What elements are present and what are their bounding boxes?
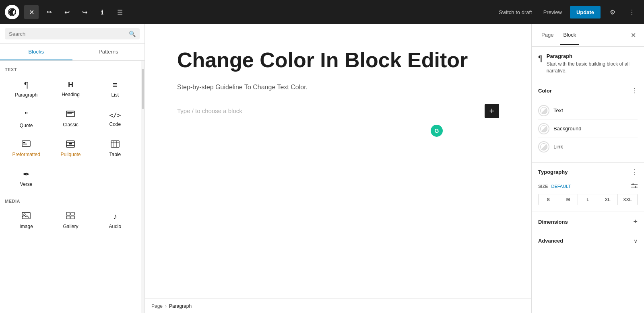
table-icon bbox=[111, 140, 120, 149]
size-row: SIZE DEFAULT bbox=[538, 183, 638, 190]
color-label-background: Background bbox=[553, 126, 581, 132]
blocks-section: TEXT ¶ Paragraph H Heading bbox=[0, 61, 141, 246]
breadcrumb-page[interactable]: Page bbox=[151, 303, 163, 309]
update-button[interactable]: Update bbox=[570, 6, 601, 19]
color-row-link[interactable]: Link bbox=[538, 138, 638, 156]
typography-panel-header[interactable]: Typography ⋮ bbox=[532, 163, 644, 181]
search-input-wrap[interactable]: 🔍 bbox=[5, 28, 140, 39]
size-btn-xl[interactable]: XL bbox=[598, 194, 618, 205]
typography-panel: Typography ⋮ SIZE DEFAULT bbox=[532, 163, 644, 212]
block-item-code[interactable]: </> Code bbox=[94, 105, 136, 134]
tab-block[interactable]: Block bbox=[560, 25, 579, 45]
block-info-section: ¶ Paragraph Start with the basic buildin… bbox=[532, 47, 644, 81]
block-item-audio[interactable]: ♪ Audio bbox=[94, 207, 136, 235]
color-label-link: Link bbox=[553, 144, 563, 150]
block-item-verse[interactable]: ✒ Verse bbox=[5, 164, 47, 192]
block-item-preformatted[interactable]: Preformatted bbox=[5, 135, 47, 163]
text-blocks-grid: ¶ Paragraph H Heading ≡ List bbox=[5, 75, 136, 192]
block-info-text: Paragraph Start with the basic building … bbox=[547, 53, 638, 74]
post-subtitle[interactable]: Step-by-step Guideline To Change Text Co… bbox=[177, 84, 499, 91]
right-sidebar-header: Page Block ✕ bbox=[532, 24, 644, 47]
svg-rect-7 bbox=[66, 142, 74, 143]
block-label-heading: Heading bbox=[62, 92, 80, 97]
color-label-text: Text bbox=[553, 107, 563, 113]
dimensions-panel-header[interactable]: Dimensions + bbox=[532, 212, 644, 232]
block-item-list[interactable]: ≡ List bbox=[94, 75, 136, 103]
color-swatch-link bbox=[538, 141, 549, 152]
close-editing-button[interactable]: ✕ bbox=[24, 5, 39, 19]
kebab-menu-button[interactable]: ⋮ bbox=[625, 5, 639, 19]
sidebar-scrollbar-thumb bbox=[142, 69, 144, 109]
redo-button[interactable]: ↪ bbox=[77, 5, 92, 19]
post-content-area[interactable]: Change Color In Block Editor Step-by-ste… bbox=[145, 24, 531, 299]
right-sidebar: Page Block ✕ ¶ Paragraph Start with the … bbox=[531, 24, 644, 313]
color-row-background[interactable]: Background bbox=[538, 120, 638, 138]
preformatted-icon bbox=[22, 140, 31, 149]
search-input[interactable] bbox=[9, 31, 129, 37]
block-item-paragraph[interactable]: ¶ Paragraph bbox=[5, 75, 47, 103]
svg-rect-2 bbox=[67, 113, 72, 114]
svg-point-21 bbox=[632, 183, 634, 185]
size-btn-m[interactable]: M bbox=[558, 194, 578, 205]
color-row-text[interactable]: Text bbox=[538, 102, 638, 120]
dimensions-add-icon[interactable]: + bbox=[633, 218, 638, 226]
svg-rect-17 bbox=[71, 212, 74, 215]
block-info-description: Start with the basic building block of a… bbox=[547, 61, 638, 74]
switch-to-draft-button[interactable]: Switch to draft bbox=[495, 7, 535, 18]
info-button[interactable]: ℹ bbox=[95, 5, 109, 19]
color-panel: Color ⋮ Text Background bbox=[532, 81, 644, 163]
undo-button[interactable]: ↩ bbox=[60, 5, 74, 19]
list-view-button[interactable]: ☰ bbox=[113, 5, 127, 19]
block-label-quote: Quote bbox=[20, 123, 33, 128]
blocks-list: TEXT ¶ Paragraph H Heading bbox=[0, 61, 141, 313]
verse-icon: ✒ bbox=[23, 169, 30, 179]
typography-panel-more-icon[interactable]: ⋮ bbox=[631, 168, 638, 176]
add-block-button[interactable]: + bbox=[485, 104, 499, 118]
svg-rect-19 bbox=[71, 216, 74, 219]
size-btn-xxl[interactable]: XXL bbox=[618, 194, 637, 205]
tab-patterns[interactable]: Patterns bbox=[72, 44, 145, 60]
block-item-image[interactable]: Image bbox=[5, 207, 47, 235]
classic-icon bbox=[66, 111, 75, 119]
block-item-heading[interactable]: H Heading bbox=[49, 75, 92, 103]
post-title[interactable]: Change Color In Block Editor bbox=[177, 48, 499, 72]
block-info-title: Paragraph bbox=[547, 53, 638, 59]
block-item-gallery[interactable]: Gallery bbox=[49, 207, 92, 235]
block-item-pullquote[interactable]: Pullquote bbox=[49, 135, 92, 163]
block-item-quote[interactable]: " Quote bbox=[5, 105, 47, 134]
color-swatch-background bbox=[538, 123, 549, 134]
wp-logo[interactable] bbox=[5, 5, 19, 19]
right-sidebar-close-button[interactable]: ✕ bbox=[629, 30, 638, 41]
block-item-classic[interactable]: Classic bbox=[49, 105, 92, 134]
size-btn-l[interactable]: L bbox=[578, 194, 598, 205]
color-panel-header[interactable]: Color ⋮ bbox=[532, 81, 644, 100]
block-item-table[interactable]: Table bbox=[94, 135, 136, 163]
edit-icon-button[interactable]: ✏ bbox=[42, 5, 56, 19]
svg-point-23 bbox=[635, 186, 636, 188]
sidebar-tabs: Blocks Patterns bbox=[0, 44, 144, 61]
color-swatch-inner-link bbox=[540, 143, 547, 150]
sidebar-scrollbar[interactable] bbox=[141, 61, 144, 313]
advanced-panel-header[interactable]: Advanced ∨ bbox=[532, 232, 644, 250]
size-buttons-group: S M L XL XXL bbox=[538, 194, 638, 205]
editor-area: Change Color In Block Editor Step-by-ste… bbox=[145, 24, 531, 299]
settings-button[interactable]: ⚙ bbox=[605, 5, 620, 19]
color-swatch-text bbox=[538, 105, 549, 116]
svg-rect-18 bbox=[66, 216, 70, 219]
type-placeholder[interactable]: Type / to choose a block bbox=[177, 107, 481, 114]
svg-rect-10 bbox=[111, 141, 119, 147]
color-panel-more-icon[interactable]: ⋮ bbox=[631, 87, 638, 95]
breadcrumb-paragraph[interactable]: Paragraph bbox=[169, 303, 192, 309]
size-slider-icon[interactable] bbox=[631, 183, 638, 190]
advanced-chevron-icon: ∨ bbox=[634, 238, 638, 244]
block-label-code: Code bbox=[109, 121, 121, 127]
svg-rect-4 bbox=[23, 142, 25, 143]
size-btn-s[interactable]: S bbox=[539, 194, 558, 205]
svg-rect-9 bbox=[69, 143, 72, 144]
tab-blocks[interactable]: Blocks bbox=[0, 44, 72, 60]
tab-page[interactable]: Page bbox=[538, 25, 557, 45]
preview-button[interactable]: Preview bbox=[540, 7, 565, 18]
svg-rect-14 bbox=[22, 212, 30, 219]
left-sidebar: 🔍 Blocks Patterns TEXT ¶ Paragraph bbox=[0, 24, 145, 313]
grammarly-badge: G bbox=[431, 125, 443, 137]
